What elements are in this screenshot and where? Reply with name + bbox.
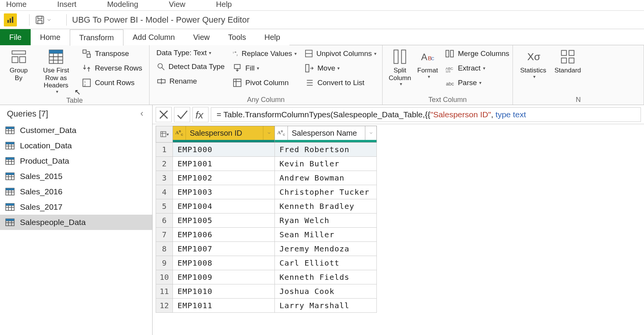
data-type-button[interactable]: Data Type: Text▾ — [154, 48, 227, 58]
cell[interactable]: EMP1004 — [173, 199, 275, 213]
cell[interactable]: Jeremy Mendoza — [275, 242, 377, 256]
grid-corner[interactable]: ▾ — [156, 126, 173, 143]
table-row[interactable]: 1EMP1000Fred Robertson — [156, 143, 377, 157]
replace-values-button[interactable]: 12Replace Values▾ — [230, 48, 299, 60]
detect-data-type-button[interactable]: Detect Data Type — [154, 61, 227, 73]
cell[interactable]: EMP1001 — [173, 157, 275, 171]
move-button[interactable]: Move▾ — [302, 62, 379, 74]
row-number[interactable]: 9 — [156, 256, 173, 270]
table-row[interactable]: 6EMP1005Ryan Welch — [156, 213, 377, 228]
host-menu-modeling[interactable]: Modeling — [107, 0, 138, 9]
transpose-button[interactable]: Transpose — [79, 48, 145, 60]
table-row[interactable]: 5EMP1004Kenneth Bradley — [156, 199, 377, 213]
extract-button[interactable]: ABC123Extract▾ — [442, 62, 511, 74]
column-header[interactable]: ABC Salesperson Name — [275, 126, 377, 143]
ribbon-tab-home[interactable]: Home — [31, 29, 69, 45]
column-filter-dropdown[interactable] — [263, 126, 274, 140]
cell[interactable]: Larry Marshall — [275, 299, 377, 313]
type-badge-icon[interactable]: ABC — [173, 126, 186, 140]
table-row[interactable]: 7EMP1006Sean Miller — [156, 228, 377, 242]
cell[interactable]: EMP1010 — [173, 284, 275, 299]
row-number[interactable]: 4 — [156, 185, 173, 199]
cell[interactable]: EMP1006 — [173, 228, 275, 242]
cell[interactable]: EMP1000 — [173, 143, 275, 157]
query-item[interactable]: Product_Data — [0, 153, 152, 169]
reverse-rows-button[interactable]: Reverse Rows — [79, 62, 145, 74]
column-filter-dropdown[interactable] — [365, 126, 376, 140]
quick-access-save[interactable] — [35, 15, 52, 25]
formula-cancel-button[interactable] — [156, 107, 172, 122]
query-item[interactable]: Salespeople_Data — [0, 215, 152, 230]
ribbon-tab-transform[interactable]: Transform — [70, 30, 123, 46]
cell[interactable]: Fred Robertson — [275, 143, 377, 157]
unpivot-columns-button[interactable]: Unpivot Columns▾ — [302, 48, 379, 60]
ribbon-tab-help[interactable]: Help — [255, 29, 289, 45]
query-item[interactable]: Customer_Data — [0, 123, 152, 138]
row-number[interactable]: 6 — [156, 213, 173, 228]
row-number[interactable]: 7 — [156, 228, 173, 242]
cell[interactable]: Ryan Welch — [275, 213, 377, 228]
cell[interactable]: Sean Miller — [275, 228, 377, 242]
cell[interactable]: Christopher Tucker — [275, 185, 377, 199]
fill-button[interactable]: Fill▾ — [230, 62, 299, 74]
cell[interactable]: Andrew Bowman — [275, 171, 377, 185]
row-number[interactable]: 2 — [156, 157, 173, 171]
table-row[interactable]: 8EMP1007Jeremy Mendoza — [156, 242, 377, 256]
count-rows-button[interactable]: 12Count Rows — [79, 77, 145, 89]
cell[interactable]: Carl Elliott — [275, 256, 377, 270]
query-item[interactable]: Sales_2015 — [0, 169, 152, 184]
rename-button[interactable]: Rename — [154, 75, 227, 87]
cell[interactable]: EMP1011 — [173, 299, 275, 313]
host-menu-insert[interactable]: Insert — [57, 0, 76, 9]
collapse-pane-icon[interactable] — [138, 110, 145, 117]
cell[interactable]: EMP1009 — [173, 270, 275, 284]
formula-fx-button[interactable]: fx — [192, 107, 209, 122]
cell[interactable]: Kenneth Fields — [275, 270, 377, 284]
table-row[interactable]: 10EMP1009Kenneth Fields — [156, 270, 377, 284]
row-number[interactable]: 11 — [156, 284, 173, 299]
host-menu-help[interactable]: Help — [216, 0, 232, 9]
cell[interactable]: Kenneth Bradley — [275, 199, 377, 213]
row-number[interactable]: 5 — [156, 199, 173, 213]
table-row[interactable]: 2EMP1001Kevin Butler — [156, 157, 377, 171]
formula-text[interactable]: = Table.TransformColumnTypes(Salespeople… — [211, 107, 641, 122]
pivot-column-button[interactable]: Pivot Column — [230, 77, 299, 89]
format-button[interactable]: ABC Format▾ — [416, 48, 440, 94]
cell[interactable]: EMP1003 — [173, 185, 275, 199]
statistics-button[interactable]: Χσ Statistics▾ — [518, 48, 549, 94]
convert-to-list-button[interactable]: Convert to List — [302, 77, 379, 89]
table-row[interactable]: 12EMP1011Larry Marshall — [156, 299, 377, 313]
formula-confirm-button[interactable] — [174, 107, 190, 122]
table-row[interactable]: 3EMP1002Andrew Bowman — [156, 171, 377, 185]
row-number[interactable]: 1 — [156, 143, 173, 157]
split-column-button[interactable]: Split Column▾ — [387, 48, 413, 94]
ribbon-tab-file[interactable]: File — [0, 29, 31, 45]
cell[interactable]: Kevin Butler — [275, 157, 377, 171]
parse-button[interactable]: abcParse▾ — [442, 77, 511, 89]
ribbon-tab-add-column[interactable]: Add Column — [123, 29, 184, 45]
table-row[interactable]: 11EMP1010Joshua Cook — [156, 284, 377, 299]
row-number[interactable]: 10 — [156, 270, 173, 284]
row-number[interactable]: 3 — [156, 171, 173, 185]
merge-columns-button[interactable]: Merge Columns — [442, 48, 511, 60]
ribbon-tab-tools[interactable]: Tools — [219, 29, 255, 45]
table-row[interactable]: 4EMP1003Christopher Tucker — [156, 185, 377, 199]
cell[interactable]: EMP1007 — [173, 242, 275, 256]
row-number[interactable]: 8 — [156, 242, 173, 256]
use-first-row-headers-button[interactable]: Use First Row as Headers▾ — [36, 48, 76, 95]
row-number[interactable]: 12 — [156, 299, 173, 313]
cell[interactable]: Joshua Cook — [275, 284, 377, 299]
query-item[interactable]: Sales_2017 — [0, 199, 152, 215]
host-menu-view[interactable]: View — [169, 0, 186, 9]
host-menu-home[interactable]: Home — [6, 0, 26, 9]
standard-button[interactable]: Standard — [552, 48, 583, 94]
table-row[interactable]: 9EMP1008Carl Elliott — [156, 256, 377, 270]
group-by-button[interactable]: Group By — [5, 48, 33, 95]
ribbon-tab-view[interactable]: View — [184, 29, 219, 45]
query-item[interactable]: Location_Data — [0, 138, 152, 153]
query-item[interactable]: Sales_2016 — [0, 184, 152, 199]
chevron-down-icon[interactable] — [46, 17, 52, 23]
cell[interactable]: EMP1005 — [173, 213, 275, 228]
cell[interactable]: EMP1008 — [173, 256, 275, 270]
type-badge-icon[interactable]: ABC — [275, 126, 288, 140]
